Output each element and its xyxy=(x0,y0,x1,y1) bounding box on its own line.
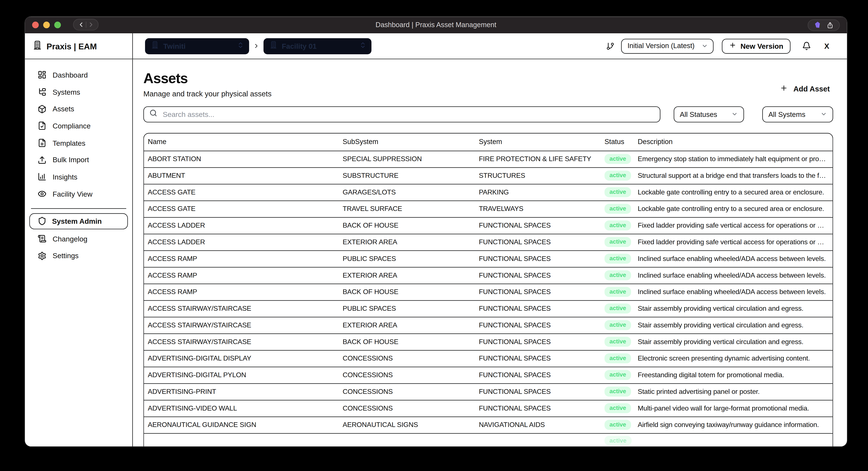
cell-name: AERONAUTICAL GUIDANCE SIGN xyxy=(144,421,339,429)
org-selector[interactable]: Twiniti xyxy=(145,38,249,54)
cell-name: ADVERTISING-PRINT xyxy=(144,388,339,395)
version-select[interactable]: Initial Version (Latest) xyxy=(621,38,713,53)
cell-status: active xyxy=(593,204,634,214)
window-title: Dashboard | Praxis Asset Management xyxy=(25,21,847,28)
sidebar-item-changelog[interactable]: Changelog xyxy=(25,230,132,247)
cell-description: Freestanding digital totem for promotion… xyxy=(634,371,833,379)
table-row[interactable]: ACCESS RAMPEXTERIOR AREAFUNCTIONAL SPACE… xyxy=(144,267,833,283)
table-row[interactable]: ACCESS GATEGARAGES/LOTSPARKINGactiveLock… xyxy=(144,183,833,200)
file-text-icon xyxy=(38,139,46,147)
assets-table: Name SubSystem System Status Description… xyxy=(143,133,833,446)
cell-subsystem: CONCESSIONS xyxy=(339,388,475,395)
sidebar: DashboardSystemsAssetsComplianceTemplate… xyxy=(25,59,133,446)
box-icon xyxy=(38,105,46,113)
table-row[interactable]: ABUTMENTSUBSTRUCTURESTRUCTURESactiveStru… xyxy=(144,167,833,183)
sidebar-item-bulk-import[interactable]: Bulk Import xyxy=(25,151,132,169)
building-icon xyxy=(151,41,159,51)
app-gem-icon[interactable] xyxy=(814,21,822,29)
cell-subsystem: EXTERIOR AREA xyxy=(339,321,475,329)
status-badge: active xyxy=(604,303,631,314)
cell-system: FUNCTIONAL SPACES xyxy=(475,288,593,296)
dashboard-grid-icon xyxy=(38,70,46,79)
table-row[interactable]: ACCESS STAIRWAY/STAIRCASEEXTERIOR AREAFU… xyxy=(144,317,833,333)
bell-icon[interactable] xyxy=(802,41,811,50)
table-row[interactable]: ACCESS STAIRWAY/STAIRCASEBACK OF HOUSEFU… xyxy=(144,333,833,350)
chevrons-up-down-icon xyxy=(359,41,367,51)
cell-description: Structural support at a bridge end that … xyxy=(634,172,833,179)
system-filter-select[interactable]: All Systems xyxy=(762,106,833,122)
search-input[interactable] xyxy=(162,110,660,119)
sidebar-item-facility-view[interactable]: Facility View xyxy=(25,185,132,203)
share-icon[interactable] xyxy=(827,21,834,29)
gear-icon xyxy=(38,251,46,260)
facility-selector[interactable]: Facility 01 xyxy=(264,38,371,54)
cell-name: ACCESS GATE xyxy=(144,205,339,213)
minimize-window-button[interactable] xyxy=(43,21,50,28)
cell-system: STRUCTURES xyxy=(475,172,593,179)
cell-system: FIRE PROTECTION & LIFE SAFETY xyxy=(475,155,593,163)
sidebar-item-dashboard[interactable]: Dashboard xyxy=(25,66,132,84)
cell-description: Inclined surface enabling wheeled/ADA ac… xyxy=(634,271,833,279)
sidebar-item-system-admin[interactable]: System Admin xyxy=(29,213,128,229)
status-badge: active xyxy=(604,403,631,413)
table-row[interactable]: ACCESS STAIRWAY/STAIRCASEPUBLIC SPACESFU… xyxy=(144,300,833,317)
macos-titlebar: Dashboard | Praxis Asset Management xyxy=(25,17,847,33)
chevron-down-icon xyxy=(820,111,827,117)
sidebar-item-systems[interactable]: Systems xyxy=(25,84,132,101)
close-icon[interactable]: X xyxy=(824,42,829,50)
cell-subsystem: CONCESSIONS xyxy=(339,355,475,362)
cell-name: ABUTMENT xyxy=(144,172,339,179)
upload-icon xyxy=(38,155,46,164)
main-content: Assets Manage and track your physical as… xyxy=(133,59,847,446)
table-row-partial[interactable]: active xyxy=(144,433,833,446)
sidebar-item-templates[interactable]: Templates xyxy=(25,135,132,151)
sidebar-item-label: Settings xyxy=(53,252,79,260)
table-row[interactable]: ADVERTISING-DIGITAL DISPLAYCONCESSIONSFU… xyxy=(144,350,833,366)
status-badge: active xyxy=(604,320,631,330)
table-row[interactable]: ACCESS GATETRAVEL SURFACETRAVELWAYSactiv… xyxy=(144,200,833,217)
sidebar-item-insights[interactable]: Insights xyxy=(25,168,132,185)
table-row[interactable]: ACCESS RAMPPUBLIC SPACESFUNCTIONAL SPACE… xyxy=(144,250,833,267)
cell-system: FUNCTIONAL SPACES xyxy=(475,255,593,262)
table-row[interactable]: ACCESS RAMPBACK OF HOUSEFUNCTIONAL SPACE… xyxy=(144,283,833,300)
cell-name: ACCESS LADDER xyxy=(144,238,339,246)
status-filter-select[interactable]: All Statuses xyxy=(674,106,744,122)
nav-divider xyxy=(86,22,86,28)
table-row[interactable]: ADVERTISING-PRINTCONCESSIONSFUNCTIONAL S… xyxy=(144,383,833,400)
eye-icon xyxy=(38,189,46,198)
cell-subsystem: CONCESSIONS xyxy=(339,404,475,412)
add-asset-button[interactable]: Add Asset xyxy=(777,84,833,94)
back-icon[interactable] xyxy=(77,21,85,28)
cell-description: Inclined surface enabling wheeled/ADA ac… xyxy=(634,288,833,296)
cell-status: active xyxy=(593,303,634,314)
status-badge: active xyxy=(604,187,631,197)
status-badge: active xyxy=(604,370,631,380)
cell-description: Fixed ladder providing safe vertical acc… xyxy=(634,222,833,229)
cell-system: FUNCTIONAL SPACES xyxy=(475,404,593,412)
table-row[interactable]: ADVERTISING-DIGITAL PYLONCONCESSIONSFUNC… xyxy=(144,366,833,383)
cell-description: Stair assembly providing vertical circul… xyxy=(634,321,833,329)
table-row[interactable]: ABORT STATIONSPECIAL SUPPRESSIONFIRE PRO… xyxy=(144,150,833,167)
table-row[interactable]: ACCESS LADDERBACK OF HOUSEFUNCTIONAL SPA… xyxy=(144,217,833,234)
sidebar-item-label: Bulk Import xyxy=(53,156,89,164)
table-row[interactable]: ACCESS LADDEREXTERIOR AREAFUNCTIONAL SPA… xyxy=(144,233,833,250)
forward-icon[interactable] xyxy=(87,21,94,28)
cell-status: active xyxy=(593,435,634,446)
scroll-icon xyxy=(38,234,46,243)
close-window-button[interactable] xyxy=(32,21,39,28)
sidebar-item-assets[interactable]: Assets xyxy=(25,100,132,118)
cell-status: active xyxy=(593,154,634,164)
table-row[interactable]: ADVERTISING-VIDEO WALLCONCESSIONSFUNCTIO… xyxy=(144,400,833,416)
sidebar-divider xyxy=(31,208,126,209)
sidebar-item-compliance[interactable]: Compliance xyxy=(25,118,132,135)
cell-subsystem: PUBLIC SPACES xyxy=(339,305,475,313)
table-row[interactable]: AERONAUTICAL GUIDANCE SIGNAERONAUTICAL S… xyxy=(144,416,833,433)
sidebar-item-settings[interactable]: Settings xyxy=(25,247,132,264)
status-badge: active xyxy=(604,237,631,247)
table-header-row: Name SubSystem System Status Description xyxy=(144,133,833,150)
new-version-button[interactable]: New Version xyxy=(722,38,790,53)
plus-icon xyxy=(729,41,736,50)
version-select-value: Initial Version (Latest) xyxy=(627,42,694,50)
zoom-window-button[interactable] xyxy=(54,21,61,28)
cell-name: ADVERTISING-DIGITAL PYLON xyxy=(144,371,339,379)
